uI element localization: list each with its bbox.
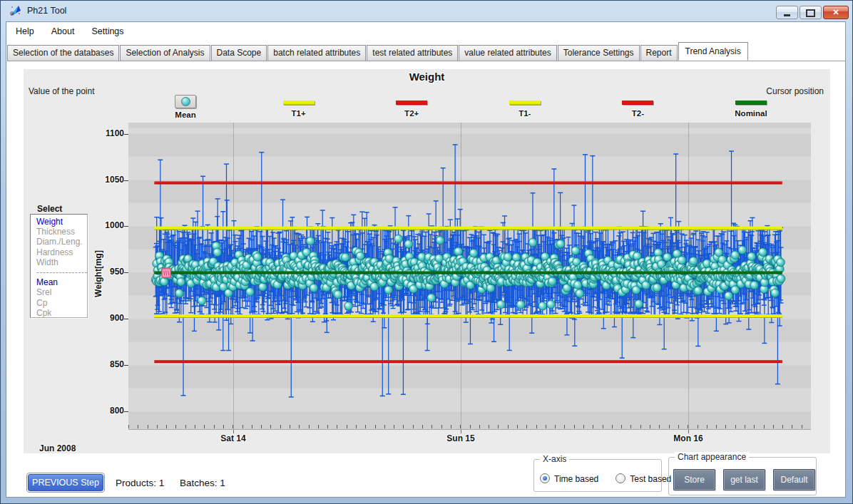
select-item-srel[interactable]: Srel [31, 287, 87, 297]
tab-trend-analysis[interactable]: Trend Analysis [678, 42, 748, 61]
select-list-label: Select [37, 204, 62, 214]
select-item-cpk[interactable]: Cpk [31, 308, 87, 318]
plot-area [128, 123, 811, 430]
tab-test-related-attributes[interactable]: test related attributes [367, 45, 458, 61]
select-item-cp[interactable]: Cp [31, 298, 87, 308]
x-axis-groupbox: X-axis Time basedTest based [533, 459, 662, 492]
x-axis-month-label: Jun 2008 [39, 443, 76, 453]
y-tick-label: 1100 [93, 128, 124, 138]
legend-item-mean: Mean [153, 95, 218, 119]
select-item-width[interactable]: Width [31, 257, 87, 267]
legend-label: T2- [606, 109, 670, 118]
tab-strip: Selection of the databasesSelection of A… [7, 45, 846, 61]
tab-tolerance-settings[interactable]: Tolerance Settings [558, 45, 640, 61]
legend-label: T2+ [379, 109, 444, 118]
chart-appearance-groupbox-title: Chart appearance [675, 452, 749, 462]
radio-icon[interactable] [616, 473, 625, 483]
legend-label: Nominal [719, 109, 783, 118]
radio-icon[interactable] [540, 473, 550, 483]
x-tick-label: Sat 14 [207, 433, 260, 443]
mean-ball-icon [181, 97, 190, 106]
default-button[interactable]: Default [773, 469, 815, 490]
app-icon [9, 4, 22, 17]
radio-option-test-based[interactable]: Test based [616, 472, 671, 484]
legend-mean-marker-icon [175, 95, 196, 108]
legend-label: T1+ [267, 109, 331, 118]
close-button[interactable]: ✕ [823, 6, 849, 19]
y-tick-label: 900 [93, 313, 124, 323]
radio-option-time-based[interactable]: Time based [540, 472, 598, 484]
legend-line-swatch-icon [622, 101, 653, 105]
legend-line-swatch-icon [283, 101, 315, 105]
maximize-icon [806, 9, 815, 17]
tab-batch-related-attributes[interactable]: batch related attributes [267, 45, 366, 61]
previous-step-button-ring: PREVIOUS Step [26, 473, 105, 493]
legend-line-swatch-icon [396, 101, 427, 105]
select-item-hardness[interactable]: Hardness [31, 247, 87, 257]
legend-label: Mean [153, 110, 218, 119]
legend-item-t1-: T1- [493, 95, 557, 118]
measure-select-listbox[interactable]: WeightThicknessDiam./Leng.HardnessWidth-… [30, 214, 88, 318]
minimize-button[interactable] [776, 6, 798, 19]
legend-item-t2-: T2+ [379, 95, 444, 118]
close-icon: ✕ [832, 8, 839, 16]
select-item-thickness[interactable]: Thickness [31, 227, 87, 237]
menu-item-settings[interactable]: Settings [83, 24, 132, 39]
batches-count: Batches: 1 [180, 478, 225, 488]
legend-item-t1-: T1+ [267, 95, 331, 118]
y-tick-label: 950 [93, 267, 124, 277]
select-item-diam-leng-[interactable]: Diam./Leng. [31, 237, 87, 247]
y-tick-label: 800 [93, 406, 124, 416]
y-tick-label: 1050 [93, 175, 124, 185]
trend-chart-canvas[interactable] [128, 123, 811, 429]
tab-value-related-attributes[interactable]: value related attributes [459, 45, 556, 61]
legend-label: T1- [493, 109, 557, 118]
select-item-weight[interactable]: Weight [31, 217, 87, 227]
minimize-icon [784, 14, 790, 16]
x-tick-label: Sun 15 [434, 433, 487, 443]
menu-bar: HelpAboutSettings [7, 24, 133, 41]
select-item-mean[interactable]: Mean [31, 277, 87, 287]
tab-selection-of-the-databases[interactable]: Selection of the databases [7, 45, 119, 61]
radio-label: Time based [554, 474, 598, 484]
y-tick-label: 1000 [93, 220, 124, 230]
window-title: Ph21 Tool [27, 0, 66, 21]
previous-step-button[interactable]: PREVIOUS Step [28, 474, 103, 491]
tab-data-scope[interactable]: Data Scope [211, 45, 267, 61]
x-axis-groupbox-title: X-axis [540, 454, 569, 464]
x-tick-label: Mon 16 [662, 433, 715, 443]
get-last-button[interactable]: get last [723, 469, 765, 490]
legend-line-swatch-icon [735, 101, 767, 105]
store-button[interactable]: Store [673, 469, 715, 490]
legend-item-t2-: T2- [606, 95, 670, 118]
maximize-button[interactable] [800, 6, 822, 19]
legend-line-swatch-icon [509, 101, 541, 105]
menu-item-about[interactable]: About [43, 24, 83, 39]
chart-title: Weight [24, 71, 830, 83]
value-of-point-label: Value of the point [29, 86, 95, 96]
select-item--: ---------------- [31, 267, 87, 277]
menu-item-help[interactable]: Help [7, 24, 43, 39]
y-tick-label: 850 [93, 359, 124, 369]
tab-report[interactable]: Report [640, 45, 678, 61]
chart-appearance-groupbox: Chart appearance Storeget lastDefault [668, 457, 817, 495]
products-count: Products: 1 [116, 478, 164, 488]
legend-item-nominal: Nominal [719, 95, 783, 118]
tab-selection-of-analysis[interactable]: Selection of Analysis [120, 45, 210, 61]
title-bar: Ph21 Tool ✕ [0, 0, 853, 21]
radio-label: Test based [630, 474, 671, 484]
